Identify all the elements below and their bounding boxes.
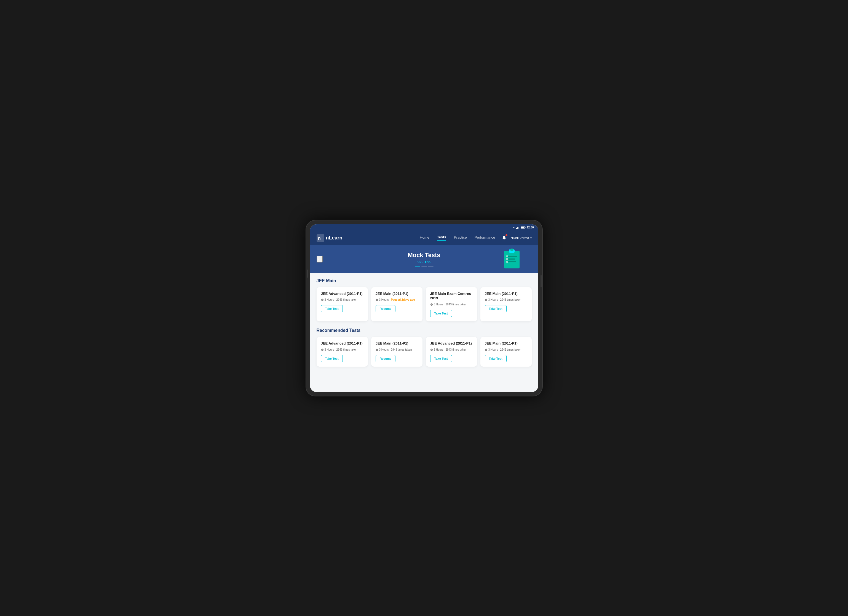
rec-card-4-meta: 3 Hours 2943 times taken [485, 348, 527, 351]
rec-card-1-times: 2943 times taken [337, 348, 357, 351]
card-1-meta: 3 Hours 2943 times taken [321, 298, 363, 301]
jee-main-section-title: JEE Main [317, 278, 532, 283]
card-3-duration: 3 Hours [430, 303, 443, 306]
side-button-left [307, 270, 308, 278]
nav-practice[interactable]: Practice [454, 235, 467, 240]
rec-card-3-duration: 3 Hours [430, 348, 443, 351]
logo: n nLearn [317, 234, 342, 242]
recommended-section-title: Recommended Tests [317, 328, 532, 333]
nav-performance[interactable]: Performance [474, 235, 495, 240]
nav-tests[interactable]: Tests [437, 235, 446, 241]
card-3-duration-text: 3 Hours [434, 303, 443, 306]
tablet-screen: ▼ 12:30 [310, 224, 538, 392]
card-3-action: Take Test [430, 310, 473, 317]
card-1-times: 2943 times taken [337, 298, 357, 301]
hero-content: Mock Tests 92 / 156 [408, 252, 440, 266]
card-2-duration: 3 Hours [376, 298, 389, 301]
rec-card-3-times: 2943 times taken [446, 348, 467, 351]
rec-card-3: JEE Advanced (2011-P1) 3 Hours 2943 time… [426, 337, 477, 367]
progress-dot-inactive-2 [428, 266, 433, 266]
rec-card-2-duration: 3 Hours [376, 348, 389, 351]
rec-card-3-meta: 3 Hours 2943 times taken [430, 348, 473, 351]
rec-card-2-action: Resume [376, 355, 418, 362]
recommended-section: Recommended Tests JEE Advanced (2011-P1)… [317, 328, 532, 367]
jee-main-card-2: JEE Main (2011-P1) 3 Hours Paused 2days … [371, 287, 423, 322]
rec-card-1-duration: 3 Hours [321, 348, 334, 351]
svg-rect-2 [518, 227, 519, 229]
rec-card-4-take-test-button[interactable]: Take Test [485, 355, 507, 362]
card-2-paused-badge: Paused 2days ago [391, 298, 415, 301]
card-3-take-test-button[interactable]: Take Test [430, 310, 452, 317]
recommended-cards-grid: JEE Advanced (2011-P1) 3 Hours 2943 time… [317, 337, 532, 367]
rec-card-3-action: Take Test [430, 355, 473, 362]
chevron-down-icon: ▾ [530, 236, 532, 239]
rec-card-2-duration-text: 3 Hours [379, 348, 389, 351]
logo-text: nLearn [326, 235, 342, 241]
user-menu-button[interactable]: Nikhil Verma ▾ [510, 236, 531, 240]
tablet-frame: ▼ 12:30 [305, 220, 543, 396]
back-button[interactable]: ← [317, 255, 323, 262]
svg-text:n: n [318, 236, 321, 241]
nav-right: Nikhil Verma ▾ [502, 235, 531, 241]
rec-card-1-take-test-button[interactable]: Take Test [321, 355, 343, 362]
card-3-title: JEE Main Exam Centres 2019 [430, 292, 473, 301]
hero-title: Mock Tests [408, 252, 440, 259]
svg-rect-3 [519, 226, 519, 229]
rec-card-4-action: Take Test [485, 355, 527, 362]
rec-card-4-duration-text: 3 Hours [488, 348, 498, 351]
jee-main-section: JEE Main JEE Advanced (2011-P1) 3 Hours … [317, 278, 532, 322]
rec-card-2-title: JEE Main (2011-P1) [376, 341, 418, 346]
rec-card-1-meta: 3 Hours 2943 times taken [321, 348, 363, 351]
hero-progress-current: 92 [418, 260, 421, 264]
card-4-title: JEE Main (2011-P1) [485, 292, 527, 296]
card-2-meta: 3 Hours Paused 2days ago [376, 298, 418, 301]
card-4-duration-text: 3 Hours [488, 298, 498, 301]
card-4-times: 2943 times taken [500, 298, 521, 301]
main-content: JEE Main JEE Advanced (2011-P1) 3 Hours … [310, 273, 538, 392]
svg-rect-1 [517, 227, 517, 229]
rec-card-2-times: 2943 times taken [391, 348, 412, 351]
user-name: Nikhil Verma [510, 236, 529, 240]
rec-card-4-duration: 3 Hours [485, 348, 498, 351]
logo-icon: n [317, 234, 324, 242]
card-1-take-test-button[interactable]: Take Test [321, 305, 343, 312]
svg-rect-5 [521, 227, 524, 229]
svg-rect-11 [510, 249, 513, 251]
svg-rect-16 [506, 258, 508, 260]
nav-links: Home Tests Practice Performance [420, 235, 495, 241]
hero-progress-total: 156 [424, 260, 430, 264]
hero-banner: ← Mock Tests 92 / 156 [310, 245, 538, 273]
rec-card-2: JEE Main (2011-P1) 3 Hours 2943 times ta… [371, 337, 423, 367]
card-4-take-test-button[interactable]: Take Test [485, 305, 507, 312]
card-1-title: JEE Advanced (2011-P1) [321, 292, 363, 296]
rec-card-1-action: Take Test [321, 355, 363, 362]
rec-card-2-resume-button[interactable]: Resume [376, 355, 396, 362]
card-2-resume-button[interactable]: Resume [376, 305, 396, 312]
svg-rect-0 [516, 228, 517, 229]
battery-icon [521, 226, 526, 229]
jee-main-cards-grid: JEE Advanced (2011-P1) 3 Hours 2943 time… [317, 287, 532, 322]
rec-card-3-take-test-button[interactable]: Take Test [430, 355, 452, 362]
svg-rect-6 [525, 227, 525, 228]
card-2-action: Resume [376, 305, 418, 312]
svg-rect-15 [506, 255, 508, 257]
side-button-right [541, 275, 542, 287]
card-4-action: Take Test [485, 305, 527, 312]
rec-card-1-title: JEE Advanced (2011-P1) [321, 341, 363, 346]
rec-card-3-title: JEE Advanced (2011-P1) [430, 341, 473, 346]
hero-subtitle: 92 / 156 [408, 260, 440, 264]
rec-card-4: JEE Main (2011-P1) 3 Hours 2943 times ta… [480, 337, 532, 367]
rec-card-3-duration-text: 3 Hours [434, 348, 443, 351]
card-3-meta: 3 Hours 2943 times taken [430, 303, 473, 306]
nav-home[interactable]: Home [420, 235, 429, 240]
progress-dot-active [415, 266, 420, 266]
card-1-duration-text: 3 Hours [325, 298, 334, 301]
jee-main-card-3: JEE Main Exam Centres 2019 3 Hours 2943 … [426, 287, 477, 322]
rec-card-1-duration-text: 3 Hours [325, 348, 334, 351]
signal-icon [516, 226, 520, 229]
rec-card-2-meta: 3 Hours 2943 times taken [376, 348, 418, 351]
progress-dot-inactive [421, 266, 427, 266]
status-bar: ▼ 12:30 [310, 224, 538, 231]
hero-progress-bar [408, 266, 440, 266]
bell-button[interactable] [502, 235, 507, 241]
